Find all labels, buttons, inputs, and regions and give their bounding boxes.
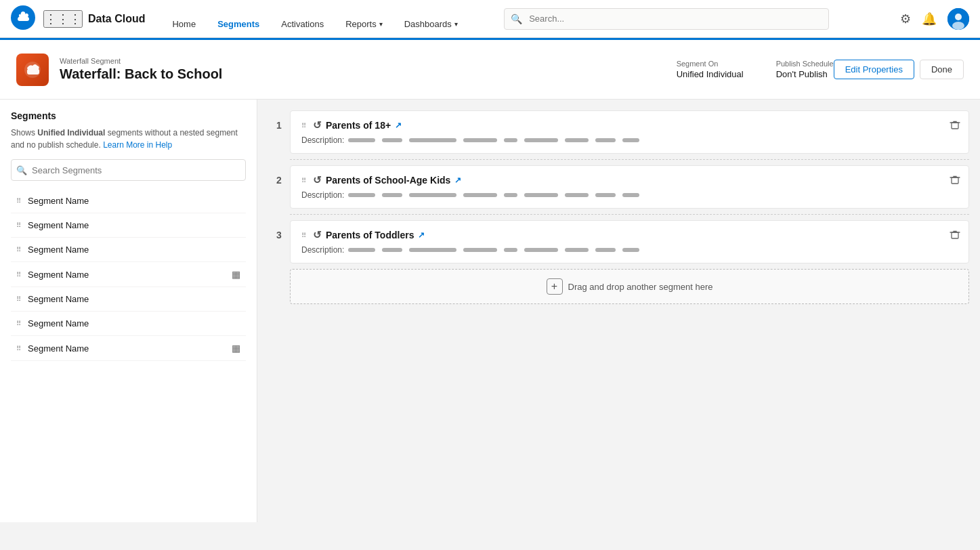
segment-divider [290,159,969,160]
publish-schedule-meta: Publish Schedule Don't Publish [776,60,834,79]
delete-segment-button[interactable] [950,174,960,187]
segment-card-header: ⠿ ↺ Parents of 18+ ↗ [301,119,958,131]
description-line [504,193,517,197]
segment-number: 3 [268,220,290,240]
search-input[interactable] [504,8,829,30]
sidebar-segment-item[interactable]: ⠿ Segment Name ▦ [11,262,246,287]
learn-more-link[interactable]: Learn More in Help [103,140,172,150]
description-line [622,138,639,142]
segment-drag-handle[interactable]: ⠿ [301,177,307,184]
sf-logo[interactable] [11,5,35,32]
segment-type-icon: ↺ [313,174,322,186]
segment-drag-handle[interactable]: ⠿ [301,122,307,129]
svg-rect-6 [952,177,958,184]
drag-handle-icon: ⠿ [16,271,22,278]
description-line [595,138,616,142]
drag-handle-icon: ⠿ [16,221,22,229]
reports-dropdown-icon: ▾ [379,20,383,28]
segment-drag-handle[interactable]: ⠿ [301,232,307,239]
segment-card: ⠿ ↺ Parents of Toddlers ↗ Description: [290,220,969,263]
segment-list-icon: ▦ [232,269,240,280]
svg-point-3 [952,22,964,30]
top-nav-right: ⚙ 🔔 [900,8,969,30]
description-line [524,193,558,197]
drag-handle-icon: ⠿ [16,246,22,253]
svg-point-2 [955,14,962,20]
segment-on-label: Segment On [677,60,744,68]
description-line [348,193,375,197]
description-label: Description: [301,245,344,255]
sidebar-description: Shows Unified Individual segments withou… [11,127,246,151]
segment-row: 2 ⠿ ↺ Parents of School-Age Kids ↗ Descr… [268,165,969,209]
drop-zone-plus-icon: + [547,278,563,295]
nav-tab-dashboards[interactable]: Dashboards ▾ [393,10,469,40]
delete-segment-button[interactable] [950,119,960,132]
done-button[interactable]: Done [920,60,964,79]
main-layout: Segments Shows Unified Individual segmen… [0,100,980,522]
drop-zone[interactable]: + Drag and drop another segment here [290,269,969,304]
description-line [622,193,639,197]
page-subtitle: Waterfall Segment [60,57,622,65]
description-line [565,138,589,142]
description-line [524,138,558,142]
search-icon: 🔍 [511,14,522,24]
sidebar-search: 🔍 [11,159,246,181]
nav-tab-activations[interactable]: Activations [270,10,335,40]
description-line [595,248,616,252]
external-link-icon[interactable]: ↗ [418,230,425,240]
notifications-button[interactable]: 🔔 [922,12,937,26]
external-link-icon[interactable]: ↗ [454,175,461,185]
svg-rect-7 [952,232,958,238]
top-nav: ⋮⋮⋮ Data Cloud Home Segments Activations… [0,0,980,38]
waterfall-segment-icon [16,54,49,86]
avatar[interactable] [947,8,969,30]
page-header-actions: Edit Properties Done [834,60,964,79]
drag-handle-icon: ⠿ [16,197,22,205]
segment-type-icon: ↺ [313,229,322,241]
segment-card: ⠿ ↺ Parents of School-Age Kids ↗ Descrip… [290,165,969,209]
description-line [382,138,402,142]
sidebar-segment-item[interactable]: ⠿ Segment Name [11,312,246,336]
page-header: Waterfall Segment Waterfall: Back to Sch… [0,40,980,100]
description-line [565,193,589,197]
nav-tab-segments[interactable]: Segments [207,10,270,40]
segment-card-description: Description: [301,245,958,255]
app-grid-button[interactable]: ⋮⋮⋮ [43,10,83,28]
description-line [463,193,497,197]
publish-schedule-value: Don't Publish [776,69,834,79]
segment-row: 3 ⠿ ↺ Parents of Toddlers ↗ Description: [268,220,969,263]
sidebar-segment-name: Segment Name [28,245,240,255]
sidebar-segment-item[interactable]: ⠿ Segment Name ▦ [11,336,246,361]
sidebar-segment-item[interactable]: ⠿ Segment Name [11,213,246,238]
drag-handle-icon: ⠿ [16,345,22,352]
segment-card-title: ↺ Parents of School-Age Kids ↗ [313,174,461,186]
nav-tab-home[interactable]: Home [161,10,207,40]
delete-segment-button[interactable] [950,229,960,242]
sidebar-segment-item[interactable]: ⠿ Segment Name [11,287,246,312]
sidebar-segment-name: Segment Name [28,196,240,206]
sidebar-segment-item[interactable]: ⠿ Segment Name [11,189,246,213]
sidebar-segment-item[interactable]: ⠿ Segment Name [11,238,246,262]
segment-list-icon: ▦ [232,343,240,354]
settings-button[interactable]: ⚙ [900,12,911,26]
edit-properties-button[interactable]: Edit Properties [834,60,914,79]
description-line [409,248,456,252]
segment-row: 1 ⠿ ↺ Parents of 18+ ↗ Description: [268,110,969,154]
description-label: Description: [301,135,344,145]
sidebar-desc-bold: Unified Individual [37,128,105,138]
external-link-icon[interactable]: ↗ [395,121,402,130]
content-area: 1 ⠿ ↺ Parents of 18+ ↗ Description: [257,100,980,522]
nav-tab-reports[interactable]: Reports ▾ [335,10,393,40]
description-label: Description: [301,190,344,200]
sidebar-segment-name: Segment Name [28,294,240,304]
main-nav: Home Segments Activations Reports ▾ Dash… [161,0,468,38]
sidebar-search-icon: 🔍 [16,165,27,175]
description-line [504,138,517,142]
sidebar-search-input[interactable] [11,159,246,181]
description-line [382,193,402,197]
description-line [565,248,589,252]
sidebar-title: Segments [11,110,246,121]
segment-list: ⠿ Segment Name ⠿ Segment Name ⠿ Segment … [11,189,246,361]
description-line [595,193,616,197]
drag-handle-icon: ⠿ [16,320,22,327]
